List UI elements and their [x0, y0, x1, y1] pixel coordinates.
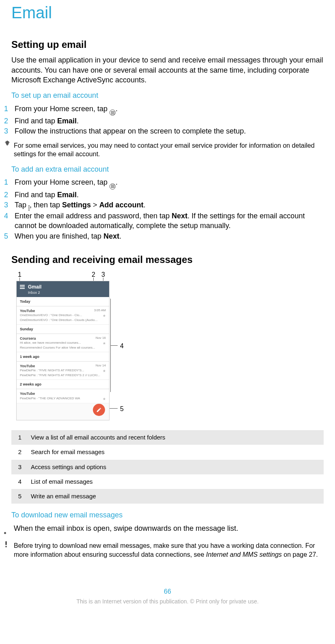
step-text: . [77, 191, 79, 199]
legend-key: 1 [11, 430, 28, 445]
mock-group-header: 1 week ago [17, 352, 109, 362]
page-number: 66 [11, 587, 324, 596]
callout-number: 4 [120, 342, 124, 351]
bold-text: Next [172, 212, 187, 220]
setup-section: Setting up email Use the email applicati… [11, 38, 324, 241]
mock-header: Gmail Inbox 2 [17, 281, 109, 297]
mock-subtitle: Inbox 2 [28, 290, 103, 295]
callout-legend-table: 1View a list of all email accounts and r… [11, 430, 324, 504]
step-text: From your Home screen, tap [15, 178, 110, 186]
mock-message-list: TodayYouTube3:05 AMOneDirectionVEVO : "O… [17, 297, 109, 403]
legend-value: Write an email message [28, 489, 324, 504]
hamburger-icon [20, 285, 25, 289]
step: 5When you are finished, tap Next. [4, 231, 324, 241]
legend-row: 3Access settings and options [11, 460, 324, 474]
subheading-download-messages: To download new email messages [11, 510, 324, 520]
legend-key: 5 [11, 489, 28, 504]
step-number: 5 [4, 231, 8, 241]
section-heading-sendreceive: Sending and receiving email messages [11, 253, 324, 266]
italic-reference: Internet and MMS settings [206, 551, 282, 558]
lightbulb-icon [4, 140, 14, 159]
step-number: 1 [4, 177, 8, 187]
callout-number: 5 [120, 405, 124, 414]
bullet-text: When the email inbox is open, swipe down… [14, 523, 238, 536]
step: 2Find and tap Email. [4, 116, 324, 126]
warning-note: Before trying to download new email mess… [4, 541, 324, 559]
exclamation-icon [4, 541, 14, 559]
step-text: , then tap [30, 201, 62, 209]
step-text: . [144, 201, 146, 209]
step-text: Follow the instructions that appear on t… [15, 127, 246, 135]
warning-text: Before trying to download new email mess… [14, 541, 324, 559]
copyright-text: This is an Internet version of this publ… [11, 598, 324, 605]
step: 4Enter the email address and password, t… [4, 211, 324, 231]
phone-screenshot-diagram: 1 2 3 4 5 Gmail Inbox 2 TodayYouTube3:05 [11, 270, 324, 424]
step-text: Find and tap [15, 117, 57, 125]
step-text: . [116, 178, 118, 186]
step: 3Tap , then tap Settings > Add account. [4, 200, 324, 211]
legend-value: View a list of all email accounts and re… [28, 430, 324, 445]
mock-group-header: 2 weeks ago [17, 380, 109, 389]
step: 3Follow the instructions that appear on … [4, 126, 324, 136]
legend-value: Access settings and options [28, 460, 324, 474]
legend-value: List of email messages [28, 474, 324, 489]
step-text: Tap [15, 201, 28, 209]
step-number: 2 [4, 116, 8, 126]
legend-key: 2 [11, 445, 28, 459]
svg-rect-5 [6, 541, 7, 545]
legend-row: 4List of email messages [11, 474, 324, 489]
mock-group-header: Today [17, 297, 109, 306]
legend-value: Search for email messages [28, 445, 324, 459]
step-number: 3 [4, 126, 8, 136]
subheading-add-account: To add an extra email account [11, 164, 324, 174]
step-text: . [119, 232, 121, 240]
step-text: From your Home screen, tap [15, 105, 110, 113]
step-text: Find and tap [15, 191, 57, 199]
step: 1From your Home screen, tap . [4, 177, 324, 190]
step-text: . [116, 105, 118, 113]
step-number: 1 [4, 104, 8, 114]
bold-text: Settings [62, 201, 91, 209]
sending-receiving-section: Sending and receiving email messages 1 2… [11, 253, 324, 559]
apps-grid-icon [110, 110, 116, 116]
bold-text: Email [57, 191, 77, 199]
subheading-setup-account: To set up an email account [11, 90, 324, 100]
apps-grid-icon [110, 183, 116, 190]
compose-fab-icon [93, 404, 105, 416]
bullet-icon [4, 523, 14, 536]
tip-note: For some email services, you may need to… [4, 140, 324, 159]
mock-message: YouTubeNov 14PewDiePie : "FIVE NIGHTS AT… [17, 362, 109, 380]
mock-group-header: Sunday [17, 325, 109, 334]
step: 2Find and tap Email. [4, 190, 324, 200]
tip-text: For some email services, you may need to… [14, 140, 324, 159]
svg-point-6 [5, 546, 6, 547]
step-number: 2 [4, 190, 8, 200]
legend-key: 3 [11, 460, 28, 474]
legend-row: 5Write an email message [11, 489, 324, 504]
mock-message: CourseraNov 16Hi alice, we have recommen… [17, 334, 109, 352]
intro-paragraph: Use the email application in your device… [11, 55, 324, 85]
step-text: > [91, 201, 99, 209]
steps-setup-account: 1From your Home screen, tap . 2Find and … [11, 104, 324, 136]
steps-add-account: 1From your Home screen, tap . 2Find and … [11, 177, 324, 241]
legend-row: 2Search for email messages [11, 445, 324, 459]
step-number: 3 [4, 200, 8, 210]
legend-key: 4 [11, 474, 28, 489]
document-title: Email [11, 2, 324, 24]
step-text: When you are finished, tap [15, 232, 103, 240]
mock-message: YouTube3:05 AMOneDirectionVEVO : "One Di… [17, 306, 109, 325]
legend-row: 1View a list of all email accounts and r… [11, 430, 324, 445]
step-text: Enter the email address and password, th… [15, 212, 172, 220]
bold-text: Add account [99, 201, 144, 209]
email-app-mock: Gmail Inbox 2 TodayYouTube3:05 AMOneDire… [16, 281, 110, 420]
section-heading-setup: Setting up email [11, 38, 324, 51]
mock-message: YouTubePewDiePie · "THE ONLY ADVANCED WA… [17, 389, 109, 403]
mock-title: Gmail [28, 284, 103, 290]
callout-line [110, 345, 118, 346]
bold-text: Email [57, 117, 77, 125]
bold-text: Next [103, 232, 119, 240]
bullet-item: When the email inbox is open, swipe down… [4, 523, 324, 536]
step-number: 4 [4, 211, 8, 221]
step: 1From your Home screen, tap . [4, 104, 324, 116]
step-text: . [77, 117, 79, 125]
